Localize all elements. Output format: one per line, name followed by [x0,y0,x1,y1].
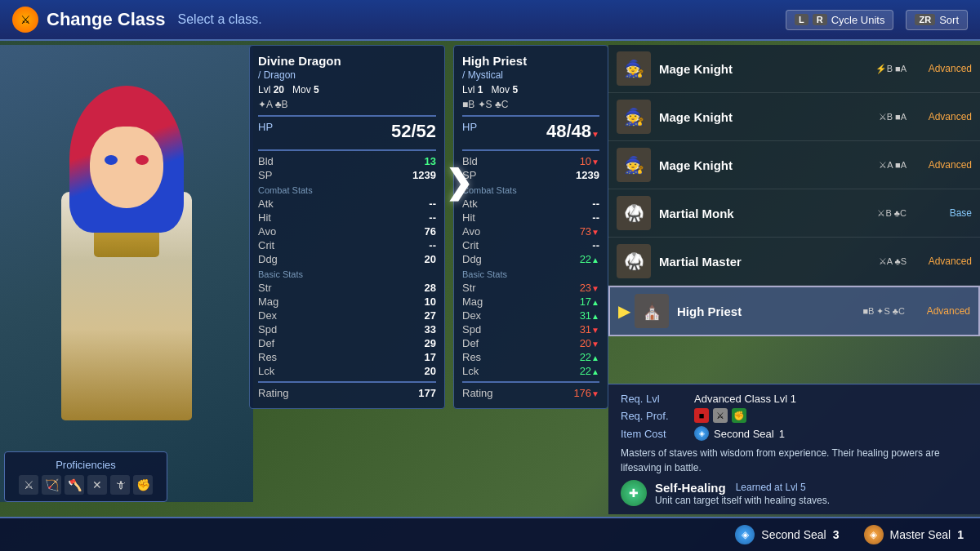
req-icon-green: ✊ [732,408,746,423]
second-seal-icon-sm: ◈ [694,426,709,441]
second-seal-icon: ◈ [735,525,755,544]
selected-class-name: High Priest [462,54,599,68]
item-cost-amount: 1 [779,428,785,440]
second-seal-count: 3 [833,528,840,541]
current-spd: 33 [425,323,436,335]
mov-label: Mov 5 [292,84,319,96]
master-seal-label: Master Seal [890,528,951,541]
current-ddg: 20 [425,253,436,265]
master-seal-icon: ◈ [864,525,884,544]
class-stats-6: ■B ✦S ♣C [862,306,905,317]
current-stats-panel: Divine Dragon / Dragon Lvl 20 Mov 5 ✦A ♣… [249,45,445,409]
class-name-high-priest: High Priest [677,304,862,318]
page-subtitle: Select a class. [178,12,262,27]
proficiencies-box: Proficiencies ⚔ 🏹 🪓 ✕ 🗡 ✊ [4,451,167,502]
req-icon-red: ■ [694,408,709,423]
current-dex-row: Dex 27 [258,309,436,322]
sort-label: Sort [939,14,959,26]
req-prof-label: Req. Prof. [621,410,694,422]
req-prof-icons: ■ ⚔ ✊ [694,408,746,423]
class-item-mage-knight-2[interactable]: 🧙 Mage Knight ⚔B ■A Advanced [608,93,980,141]
header-controls: L R Cycle Units ZR Sort [786,10,968,30]
character-face [90,127,163,208]
zr-badge: ZR [915,14,935,25]
skill-icon: ✚ [621,480,647,506]
class-item-high-priest[interactable]: ▶ ⛪ High Priest ■B ✦S ♣C Advanced [608,286,980,336]
combat-stats-label: Combat Stats [258,185,436,195]
l-badge: L [795,14,808,25]
sort-button[interactable]: ZR Sort [906,10,968,30]
sp-label: SP [258,169,272,181]
current-bld-row: Bld 13 [258,154,436,168]
current-rating-row: Rating 177 [258,386,436,400]
portrait-background [0,45,253,502]
header-bar: ⚔ Change Class Select a class. L R Cycle… [0,0,980,41]
proficiency-icons: ⚔ 🏹 🪓 ✕ 🗡 ✊ [11,475,160,495]
current-res-row: Res 17 [258,350,436,364]
class-name-martial-monk: Martial Monk [659,207,877,220]
req-lvl-value: Advanced Class Lvl 1 [694,393,796,405]
character-eye-right [136,155,149,165]
class-item-mage-knight-3[interactable]: 🧙 Mage Knight ⚔A ■A Advanced [608,141,980,189]
selected-hp-row: HP 48/48▼ [462,120,599,146]
current-atk: -- [429,198,436,210]
lvl-label: Lvl 20 [258,84,284,96]
class-tier-1: Advanced [915,63,972,74]
selected-class-type: / Mystical [462,69,599,81]
current-bld: 13 [425,155,436,167]
class-info-panel: Req. Lvl Advanced Class Lvl 1 Req. Prof.… [608,384,980,514]
master-seal-count: 1 [957,528,964,541]
skill-desc: Unit can target itself with healing stav… [655,495,830,506]
current-crit: -- [429,239,436,251]
class-icon-martial-monk: 🥋 [617,196,651,230]
proficiencies-label: Proficiencies [11,459,160,471]
current-spd-row: Spd 33 [258,322,436,336]
current-hit: -- [429,211,436,224]
selected-mov: 5 [512,84,518,96]
class-description: Masters of staves with wisdom from exper… [621,446,968,475]
class-item-mage-knight-1[interactable]: 🧙 Mage Knight ⚡B ■A Advanced [608,45,980,93]
character-figure [20,78,233,502]
second-seal-item: ◈ Second Seal 3 [735,525,839,544]
divider-3 [258,381,436,383]
class-stats-3: ⚔A ■A [879,160,906,171]
current-atk-row: Atk -- [258,197,436,211]
current-lck-row: Lck 20 [258,364,436,378]
selected-level: 1 [478,84,483,96]
hp-label: HP [258,121,273,145]
skill-learn: Learned at Lvl 5 [736,482,806,493]
prof-icon-cross: ✕ [87,475,107,495]
class-icon-mage-knight-1: 🧙 [617,51,651,86]
current-str-row: Str 28 [258,281,436,295]
character-eye-left [105,155,118,165]
class-icon-martial-master: 🥋 [617,244,651,278]
item-cost-label: Item Cost [621,428,694,440]
current-hp-row: HP 52/52 [258,120,436,146]
current-lck: 20 [425,365,436,377]
class-stats-4: ⚔B ♣C [877,208,906,219]
current-hp: 52/52 [391,121,436,142]
r-badge: R [813,14,827,25]
item-cost-row: Item Cost ◈ Second Seal 1 [621,426,968,441]
prof-icon-dagger: 🗡 [110,475,130,495]
item-cost-value: ◈ Second Seal 1 [694,426,785,441]
basic-stats-label: Basic Stats [258,269,436,279]
cycle-units-button[interactable]: L R Cycle Units [786,10,893,30]
class-item-martial-master[interactable]: 🥋 Martial Master ⚔A ♣S Advanced [608,238,980,286]
current-res: 17 [425,351,436,363]
class-item-martial-monk[interactable]: 🥋 Martial Monk ⚔B ♣C Base [608,189,980,238]
req-lvl-label: Req. Lvl [621,393,694,405]
class-name-martial-master: Martial Master [659,255,879,269]
class-tier-2: Advanced [915,111,972,122]
class-tier-3: Advanced [915,159,972,171]
current-class-profs: ✦A ♣B [258,99,436,110]
current-def-row: Def 29 [258,336,436,350]
class-stats-2: ⚔B ■A [879,112,906,122]
current-avo: 76 [425,225,436,238]
current-level: 20 [274,84,284,96]
class-icon-mage-knight-2: 🧙 [617,100,651,134]
req-prof-row: Req. Prof. ■ ⚔ ✊ [621,408,968,423]
class-icon-high-priest: ⛪ [635,294,669,328]
class-list: 🧙 Mage Knight ⚡B ■A Advanced 🧙 Mage Knig… [608,45,980,514]
current-mov: 5 [314,84,319,96]
